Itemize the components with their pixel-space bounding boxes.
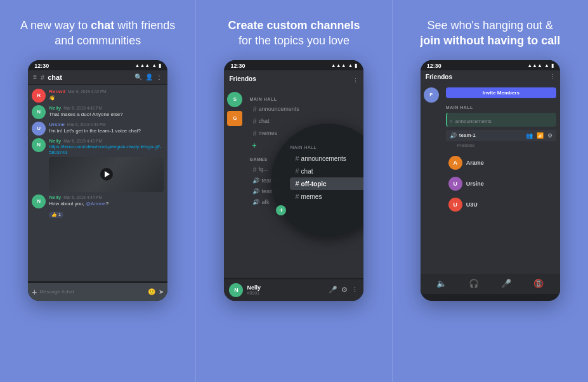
channel-name-label: chat — [259, 118, 270, 124]
avatar: N — [32, 138, 46, 152]
more-icon[interactable]: ⋮ — [351, 286, 358, 294]
mic-icon[interactable]: 🎤 — [501, 279, 511, 288]
add-user-icon[interactable]: 👥 — [526, 132, 533, 139]
panel3-headline: See who's hanging out & join without hav… — [420, 18, 560, 49]
status-bar-1: 12:30 ▲▲▲ ▲ ▮ — [28, 60, 167, 70]
server-icon-1[interactable]: S — [227, 92, 242, 107]
phone-mockup-1: 12:30 ▲▲▲ ▲ ▮ ≡ # chat 🔍 👤 ⋮ R — [28, 60, 167, 301]
overlay-channel-chat[interactable]: # chat — [290, 165, 363, 177]
attach-icon[interactable]: + — [32, 287, 37, 297]
voice-member: U U3U — [446, 195, 556, 214]
message-text: How about you, @Arame? — [49, 201, 164, 207]
user-bar: N Nelly #0001 🎤 ⚙ ⋮ — [224, 279, 363, 301]
message-time: Mar 6, 2019 4:42 PM — [63, 106, 102, 110]
voice-channel-list: Invite Members MAIN HALL # announcements… — [442, 84, 560, 274]
wifi-icon: ▲ — [348, 63, 353, 68]
settings-icon[interactable]: ⚙ — [547, 132, 552, 139]
member-avatar: A — [448, 156, 462, 170]
overlay-channel-name: off-topic — [301, 181, 327, 188]
sender-name: Nelly — [49, 105, 61, 111]
user-info: Nelly #0001 — [247, 284, 325, 295]
more-icon[interactable]: ⋮ — [156, 73, 162, 80]
phone-mockup-3: 12:30 ▲▲▲ ▲ ▮ Friendos ⋮ F Invite Member… — [421, 60, 560, 301]
chat-message: N Nelly Mar 6, 2019 4:42 PM That makes a… — [32, 105, 164, 119]
hash-icon: # — [252, 165, 256, 173]
status-time-3: 12:30 — [427, 63, 441, 69]
sender-name: Renwil — [49, 89, 65, 94]
user-tag: #0001 — [247, 291, 325, 295]
overlay-channel-memes[interactable]: # memes — [290, 190, 363, 203]
headline-bold-2: Create custom channels — [228, 19, 360, 32]
search-icon[interactable]: 🔍 — [134, 73, 142, 80]
message-header: Renwil Mar 6, 2019 4:42 PM — [49, 89, 164, 94]
channel-name-label: afk — [261, 199, 269, 205]
message-header: Nelly Mar 6, 2019 4:43 PM — [49, 138, 164, 144]
category-main-hall: MAIN HALL — [249, 97, 360, 101]
username: Nelly — [247, 284, 325, 291]
more-icon[interactable]: ⋮ — [353, 77, 358, 84]
status-icons-3: ▲▲▲ ▲ ▮ — [527, 63, 554, 68]
voice-member: A Arame — [446, 153, 556, 172]
member-avatar: U — [448, 177, 462, 191]
message-reaction[interactable]: 👍 1 — [49, 212, 63, 218]
hamburger-icon[interactable]: ≡ — [33, 73, 37, 80]
message-header: Ursine Mar 6, 2019 4:43 PM — [49, 122, 164, 127]
overlay-add-button[interactable]: + — [276, 205, 286, 215]
sender-name: Nelly — [49, 194, 61, 200]
voice-member: U Ursine — [446, 174, 556, 193]
hangup-icon[interactable]: 📵 — [533, 279, 544, 288]
image-inner — [49, 157, 164, 192]
status-bar-2: 12:30 ▲▲▲ ▲ ▮ — [224, 60, 363, 70]
voice-body: F Invite Members MAIN HALL # announcemen… — [421, 84, 560, 274]
channel-name-label: announcements — [455, 118, 492, 124]
chat-message: U Ursine Mar 6, 2019 4:43 PM I'm in! Let… — [32, 122, 164, 136]
overlay-channel-offtopic[interactable]: # off-topic — [290, 177, 363, 190]
server-header-icons: ⋮ — [350, 73, 358, 85]
battery-icon: ▮ — [551, 63, 554, 68]
sender-name: Nelly — [49, 138, 61, 144]
voice-channel-icons: 👥 📶 ⚙ — [526, 132, 552, 139]
sender-name: Ursine — [49, 122, 65, 127]
wifi-icon: ▲ — [544, 63, 549, 68]
more-icon[interactable]: ⋮ — [549, 73, 555, 80]
speaker-icon: 🔊 — [252, 177, 259, 184]
headline-bold-3: join without having to call — [420, 34, 560, 47]
server-icon-2[interactable]: G — [227, 111, 242, 126]
channel-item-announcements[interactable]: # announcements — [249, 103, 360, 115]
overlay-channel-name: chat — [301, 168, 313, 175]
add-icon: + — [252, 141, 256, 150]
voice-channel-name-row: 🔊 team-1 👥 📶 ⚙ — [446, 130, 556, 141]
overlay-channel-announcements[interactable]: # announcements — [290, 152, 363, 165]
signal-icon: ▲▲▲ — [134, 63, 150, 68]
message-time: Mar 6, 2019 4:43 PM — [63, 139, 102, 143]
server-icon-main[interactable]: F — [424, 87, 439, 103]
chat-input[interactable]: Message #chat — [39, 289, 145, 295]
chat-message: N Nelly Mar 6, 2019 4:44 PM How about yo… — [32, 194, 164, 219]
signal-icon[interactable]: 📶 — [537, 132, 544, 139]
member-name: U3U — [466, 201, 478, 208]
message-image — [49, 157, 164, 192]
emoji-icon[interactable]: 🙂 — [148, 288, 155, 295]
panel1-headline: A new way to chat with friends and commu… — [15, 18, 180, 49]
message-link[interactable]: https://tenor.com/view/moot-penguin-read… — [49, 144, 164, 155]
server-sidebar: S G — [224, 88, 245, 278]
voice-channel-sub: Friendos — [446, 143, 556, 148]
status-icons-1: ▲▲▲ ▲ ▮ — [134, 63, 161, 68]
mic-icon[interactable]: 🎤 — [329, 286, 337, 294]
voice-sidebar: F — [421, 84, 442, 274]
voice-category: MAIN HALL — [446, 105, 556, 110]
headphones-icon[interactable]: 🎧 — [469, 279, 479, 288]
headline-text-1: A new way to — [20, 19, 88, 32]
send-icon[interactable]: ➤ — [159, 288, 164, 295]
settings-icon[interactable]: ⚙ — [341, 286, 348, 294]
panel-chat: A new way to chat with friends and commu… — [0, 0, 195, 382]
message-content: Renwil Mar 6, 2019 4:42 PM 👋 — [49, 89, 164, 101]
server-name-3: Friendos — [426, 73, 547, 80]
hash-icon: # — [252, 129, 256, 137]
add-friend-icon[interactable]: 👤 — [145, 73, 153, 80]
invite-members-button[interactable]: Invite Members — [446, 87, 556, 98]
volume-icon[interactable]: 🔈 — [436, 279, 447, 288]
play-button[interactable] — [100, 168, 113, 181]
message-header: Nelly Mar 6, 2019 4:42 PM — [49, 105, 164, 111]
headline-bold-1: chat — [91, 19, 114, 32]
